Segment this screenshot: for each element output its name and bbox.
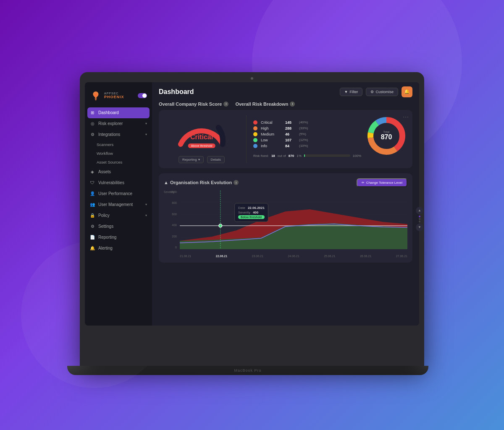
x-label-4: 25.06.21 <box>324 255 335 258</box>
tooltip-date-value: 22.06.2021 <box>248 206 265 210</box>
evolution-title-text: Organisation Risk Evolution <box>170 180 232 185</box>
tooltip-date-row: Date 22.06.2021 <box>238 206 265 210</box>
sidebar-label-user-management: User Management <box>98 202 133 207</box>
high-pct: (33%) <box>299 126 308 130</box>
customise-label: Customise <box>375 90 394 94</box>
risk-panels: ··· <box>159 110 412 168</box>
overall-risk-info-icon[interactable]: i <box>223 102 228 107</box>
scroll-up-arrow[interactable]: ▲ <box>416 207 419 214</box>
sidebar-item-risk-explorer[interactable]: ◎ Risk explorer ▾ <box>85 118 152 129</box>
sidebar-item-assets[interactable]: ◈ Assets <box>85 167 152 177</box>
sidebar-item-policy[interactable]: 🔒 Policy ▾ <box>85 210 152 221</box>
reporting-button[interactable]: Reporting ▾ <box>178 156 204 163</box>
chart-area: 1000 800 600 400 200 0 Severity <box>164 190 407 258</box>
notifications-button[interactable]: 🔔 <box>402 86 412 97</box>
macbook-brand: MacBook Pro <box>234 368 261 373</box>
sidebar-item-scanners[interactable]: Scanners <box>85 140 152 149</box>
sidebar-item-user-performance[interactable]: 👤 User Performance <box>85 188 152 199</box>
tooltip-date-label: Date <box>238 206 245 210</box>
risk-fixed-bar <box>304 154 305 157</box>
risk-section-header: Overall Company Risk Score i Overall Ris… <box>159 102 412 107</box>
sidebar-item-dashboard[interactable]: ⊞ Dashboard <box>87 107 150 118</box>
y-label-0: 0 <box>175 246 177 249</box>
dropdown-icon: ▾ <box>198 158 200 162</box>
customise-button[interactable]: ⚙ Customise <box>366 88 398 96</box>
details-button[interactable]: Details <box>207 156 225 163</box>
collapse-icon[interactable]: ▲ <box>164 180 168 185</box>
change-tolerance-button[interactable]: ✏ Change Tolerance Level <box>357 178 407 187</box>
low-dot <box>253 138 257 142</box>
sidebar-item-vulnerabilities[interactable]: 🛡 Vulnerabilities <box>85 177 152 188</box>
chevron-icon: ▾ <box>145 122 147 125</box>
sidebar-item-reporting[interactable]: 📄 Reporting <box>85 232 152 243</box>
sidebar-item-settings[interactable]: ⚙ Settings <box>85 221 152 232</box>
y-label-600: 600 <box>172 213 177 216</box>
gauge-panel: Critical Above threshold Reporting ▾ <box>164 115 239 163</box>
sidebar-label-asset-sources: Asset Sources <box>97 160 122 164</box>
medium-pct: (5%) <box>299 132 306 136</box>
user-performance-icon: 👤 <box>90 191 95 196</box>
x-label-5: 26.06.21 <box>360 255 371 258</box>
high-count: 288 <box>285 126 296 130</box>
dashboard-icon: ⊞ <box>90 110 95 115</box>
x-label-0: 21.06.21 <box>180 255 191 258</box>
chart-tooltip: Date 22.06.2021 Severity 400 Below thres… <box>234 203 268 222</box>
medium-dot <box>253 132 257 136</box>
green-area <box>180 223 407 249</box>
main-content: Dashboard ▼ Filter ⚙ Customise 🔔 <box>152 82 419 326</box>
low-pct: (12%) <box>299 138 308 142</box>
y-label-200: 200 <box>172 235 177 238</box>
policy-icon: 🔒 <box>90 213 95 218</box>
gauge-container: Critical Above threshold <box>174 115 229 149</box>
donut-chart: Total 870 <box>365 115 407 157</box>
evolution-svg <box>180 190 407 249</box>
scroll-dots <box>416 216 419 222</box>
sidebar-label-vulnerabilities: Vulnerabilities <box>98 180 124 185</box>
sidebar-item-workflow[interactable]: Workflow <box>85 149 152 158</box>
sidebar-item-alerting[interactable]: 🔔 Alerting <box>85 243 152 254</box>
medium-count: 46 <box>285 132 296 136</box>
tooltip-status-badge: Below threshold <box>238 215 265 219</box>
sidebar-item-user-management[interactable]: 👥 User Management ▾ <box>85 199 152 210</box>
scroll-dot-3 <box>419 221 419 222</box>
laptop-outer: APPSEC PHOENIX ⊞ Dashboard ◎ Risk explor… <box>80 72 424 366</box>
chart-yaxis: 1000 800 600 400 200 0 <box>164 190 178 249</box>
bell-icon: 🔔 <box>404 89 410 94</box>
gauge-actions: Reporting ▾ Details <box>178 156 225 163</box>
threshold-badge: Above threshold <box>188 143 215 148</box>
scroll-dot-2 <box>419 218 419 220</box>
chart-header: ▲ Organisation Risk Evolution i ✏ Change… <box>164 178 407 187</box>
info-dot <box>253 144 257 148</box>
critical-pct: (40%) <box>299 120 308 124</box>
breakdown-list: Critical 145 (40%) High 288 (33%) <box>253 115 361 163</box>
dashboard-body: Overall Company Risk Score i Overall Ris… <box>152 102 419 326</box>
alerting-icon: 🔔 <box>90 246 95 251</box>
sidebar-item-asset-sources[interactable]: Asset Sources <box>85 158 152 167</box>
sidebar-label-dashboard: Dashboard <box>98 110 119 115</box>
y-label-400: 400 <box>172 224 177 227</box>
breakdown-row-low: Low 107 (12%) <box>253 138 361 142</box>
topbar-actions: ▼ Filter ⚙ Customise 🔔 <box>340 86 412 97</box>
evolution-info-icon[interactable]: i <box>234 180 239 185</box>
donut-total-num: 870 <box>381 133 392 141</box>
scroll-dot-1 <box>419 216 419 217</box>
vertical-divider <box>246 115 247 163</box>
critical-count: 145 <box>285 120 296 125</box>
breakdown-info-icon[interactable]: i <box>290 102 295 107</box>
sidebar-label-user-performance: User Performance <box>98 191 132 196</box>
sidebar-item-integrations[interactable]: ⚙ Integrations ▾ <box>85 129 152 140</box>
toggle-switch[interactable] <box>138 93 147 98</box>
severity-label: Severity <box>164 190 174 193</box>
page-title: Dashboard <box>159 88 194 96</box>
breakdown-row-info: Info 84 (10%) <box>253 144 361 148</box>
risk-fixed-max: 100% <box>353 154 361 158</box>
scroll-down-arrow[interactable]: ▼ <box>416 224 419 231</box>
low-count: 107 <box>285 138 296 142</box>
sidebar-label-alerting: Alerting <box>98 246 113 250</box>
risk-fixed-bar-container <box>304 154 350 157</box>
filter-button[interactable]: ▼ Filter <box>340 88 363 96</box>
sidebar-label-assets: Assets <box>98 169 111 174</box>
filter-icon: ▼ <box>344 90 348 94</box>
y-label-800: 800 <box>172 201 177 204</box>
tooltip-severity-label: Severity <box>238 211 250 214</box>
